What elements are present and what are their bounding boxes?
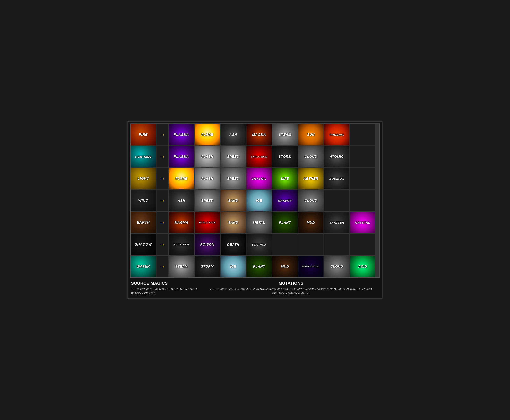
arrow-water: →: [156, 256, 168, 277]
mutation-r3-c6: [324, 190, 349, 211]
mutation-r0-c6: PHOENIX: [324, 124, 349, 145]
arrow-light: →: [156, 168, 168, 189]
mutation-r1-c3: EXPLOSION: [247, 146, 272, 167]
mutation-r4-c0: MAGMA: [169, 212, 194, 233]
mutation-r4-c4: PLANT: [272, 212, 298, 233]
mutation-r4-c5: MUD: [298, 212, 324, 233]
source-magics-text: THE USER'S RAW, FRESH MAGIC WITH POTENTI…: [131, 287, 199, 296]
mutation-r1-c0: PLASMA: [169, 146, 194, 167]
source-wind: WIND: [131, 190, 156, 211]
mutation-r4-c2: SAND: [221, 212, 246, 233]
mutation-r6-c0: STEAM: [169, 256, 194, 277]
mutation-r5-c0: SACRIFICE: [169, 234, 194, 255]
mutation-r0-c2: ASH: [221, 124, 246, 145]
source-lightning: LIGHTNING: [131, 146, 156, 167]
source-fire: FIRE: [131, 124, 156, 145]
mutation-r2-c5: AETHER: [298, 168, 324, 189]
source-water: WATER: [131, 256, 156, 277]
mutation-r1-c7: [350, 146, 375, 167]
grid-area: FIRE→PLASMAFLAREASHMAGMASTEAMSUNPHOENIXL…: [130, 123, 380, 278]
mutation-r6-c7: ACID: [350, 256, 375, 277]
mutations-text: THE CURRENT MAGICAL MUTATIONS IN THE SEV…: [203, 287, 379, 296]
mutation-r4-c3: METAL: [247, 212, 272, 233]
mutation-r3-c3: ICE: [247, 190, 272, 211]
mutation-r0-c0: PLASMA: [169, 124, 194, 145]
mutation-r5-c5: [298, 234, 324, 255]
mutation-r6-c6: CLOUD: [324, 256, 349, 277]
mutation-r0-c5: SUN: [298, 124, 324, 145]
main-container: FIRE→PLASMAFLAREASHMAGMASTEAMSUNPHOENIXL…: [127, 121, 383, 299]
mutation-r5-c1: POISON: [195, 234, 220, 255]
arrow-lightning: →: [156, 146, 168, 167]
arrow-earth: →: [156, 212, 168, 233]
mutation-r3-c5: CLOUD: [298, 190, 324, 211]
mutation-r2-c6: EQUINOX: [324, 168, 349, 189]
mutation-r2-c0: FLARE: [169, 168, 194, 189]
mutation-r1-c4: STORM: [272, 146, 298, 167]
mutation-r5-c7: [350, 234, 375, 255]
mutation-r1-c6: ATOMIC: [324, 146, 349, 167]
arrow-wind: →: [156, 190, 168, 211]
mutation-r3-c7: [350, 190, 375, 211]
mutation-r5-c3: EQUINOX: [247, 234, 272, 255]
mutation-r5-c4: [272, 234, 298, 255]
mutation-r3-c1: SPEED: [195, 190, 220, 211]
mutation-r4-c7: CRYSTAL: [350, 212, 375, 233]
mutation-r6-c2: ICE: [221, 256, 246, 277]
arrow-fire: →: [156, 124, 168, 145]
mutation-r0-c4: STEAM: [272, 124, 298, 145]
source-earth: EARTH: [131, 212, 156, 233]
mutation-r6-c1: STORM: [195, 256, 220, 277]
mutation-r6-c3: PLANT: [247, 256, 272, 277]
arrow-shadow: →: [156, 234, 168, 255]
footer-left: SOURCE MAGICS THE USER'S RAW, FRESH MAGI…: [131, 281, 199, 296]
mutations-title: MUTATIONS: [203, 281, 379, 286]
mutation-r5-c6: [324, 234, 349, 255]
mutation-r2-c4: LIFE: [272, 168, 298, 189]
mutation-r2-c2: SPEED: [221, 168, 246, 189]
source-shadow: SHADOW: [131, 234, 156, 255]
mutation-r3-c0: ASH: [169, 190, 194, 211]
mutation-r3-c2: SAND: [221, 190, 246, 211]
mutation-r0-c3: MAGMA: [247, 124, 272, 145]
mutation-r0-c7: [350, 124, 375, 145]
source-light: LIGHT: [131, 168, 156, 189]
mutation-r2-c1: FLASH: [195, 168, 220, 189]
mutation-r1-c2: SPEED: [221, 146, 246, 167]
mutation-r6-c5: WHIRLPOOL: [298, 256, 324, 277]
footer: SOURCE MAGICS THE USER'S RAW, FRESH MAGI…: [130, 278, 380, 297]
mutation-r4-c1: EXPLOSION: [195, 212, 220, 233]
mutation-r2-c3: CRYSTAL: [247, 168, 272, 189]
mutation-r1-c5: CLOUD: [298, 146, 324, 167]
mutation-r4-c6: SHATTER: [324, 212, 349, 233]
mutation-r2-c7: [350, 168, 375, 189]
mutation-r3-c4: GRAVITY: [272, 190, 298, 211]
mutation-r1-c1: FLASH: [195, 146, 220, 167]
source-magics-title: SOURCE MAGICS: [131, 281, 199, 286]
footer-right: MUTATIONS THE CURRENT MAGICAL MUTATIONS …: [203, 281, 379, 296]
mutation-r0-c1: FLARE: [195, 124, 220, 145]
mutation-r5-c2: DEATH: [221, 234, 246, 255]
mutation-r6-c4: MUD: [272, 256, 298, 277]
